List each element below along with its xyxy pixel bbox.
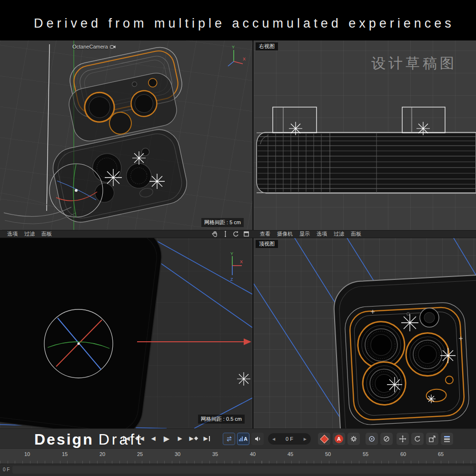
play-icon: ▶ (164, 434, 169, 443)
watermark-text: 设计草稿图 (371, 54, 457, 73)
rotate-arrow-icon (414, 435, 421, 443)
current-frame-readout: 0 F (3, 467, 10, 472)
axis-gizmo: Y X Z (224, 251, 245, 283)
autokey-circle-icon: A (335, 435, 343, 443)
gear-icon (350, 435, 357, 443)
top-wireframe-canvas[interactable] (254, 238, 476, 428)
design-draft-caption: DesignDraft (34, 431, 143, 448)
preview-range-bar[interactable]: 0 F (0, 464, 476, 476)
ruler-tick: 35 (212, 451, 218, 457)
ruler-tick: 60 (400, 451, 406, 457)
camera-object-icon (110, 44, 116, 49)
current-frame-field[interactable]: ◀ 0 F ▶ (268, 433, 311, 445)
next-frame-button[interactable]: ▶ (174, 432, 186, 445)
previous-frame-button[interactable]: ◀ (147, 432, 159, 445)
loop-icon (225, 435, 233, 443)
move-tool-button[interactable] (397, 433, 409, 445)
viewport-right-view[interactable]: 右视图 设计草稿图 (254, 40, 476, 230)
menu-item-options[interactable]: 选项 (313, 230, 330, 238)
pan-hand-icon[interactable] (211, 230, 218, 238)
keying-buttons: A (318, 433, 360, 445)
keying-settings-button[interactable] (347, 433, 360, 445)
bars-icon (239, 436, 243, 441)
viewport-divider (252, 40, 254, 230)
menu-item-filter[interactable]: 过滤 (21, 230, 38, 238)
ruler-tick: 15 (62, 451, 68, 457)
key-diamond-glyph (194, 436, 198, 440)
camera-label-text: OctaneCamera (72, 44, 108, 50)
back-wireframe-canvas[interactable] (0, 238, 252, 428)
render-view-button[interactable] (426, 433, 438, 445)
viewport-divider (252, 238, 254, 428)
menu-item-view[interactable]: 查看 (257, 230, 274, 238)
autokey-button[interactable]: A (333, 433, 345, 445)
ruler-tick: 40 (250, 451, 256, 457)
animation-mode-button[interactable]: A (237, 433, 249, 445)
menubar-right: 查看 摄像机 显示 选项 过滤 面板 (254, 230, 476, 238)
record-keyframe-button[interactable] (318, 433, 330, 445)
key-filter-buttons (366, 433, 393, 445)
menu-item-panel[interactable]: 面板 (38, 230, 55, 238)
layers-button[interactable] (441, 433, 453, 445)
grid-spacing-badge: 网格间距 : 0.5 cm (198, 415, 245, 424)
prev-frame-icon: ◀ (151, 435, 155, 442)
viewport-top-view[interactable]: 顶视图 (254, 238, 476, 428)
svg-text:Y: Y (230, 251, 233, 256)
menu-item-filter[interactable]: 过滤 (330, 230, 347, 238)
perspective-wireframe-canvas[interactable] (0, 40, 252, 230)
rotate-view-icon[interactable] (232, 230, 239, 238)
viewport-menubar: 选项 过滤 面板 (0, 230, 476, 238)
circle-slash-icon (383, 435, 390, 443)
next-key-icon: ▶ (189, 435, 193, 442)
svg-text:X: X (243, 57, 246, 61)
record-position-button[interactable] (366, 433, 378, 445)
menu-item-options[interactable]: 选项 (4, 230, 21, 238)
viewport-nav-tools (211, 230, 254, 238)
range-track[interactable] (12, 466, 474, 474)
grid-spacing-badge: 网格间距 : 5 cm (201, 218, 244, 227)
viewport-back-view[interactable]: Y X Z 网格间距 : 0.5 cm (0, 238, 252, 428)
c4d-application-window: Derived from multiple accumulated experi… (0, 0, 476, 476)
ruler-tick: 20 (99, 451, 105, 457)
ruler-tick: 45 (288, 451, 293, 457)
ruler-tick: 65 (438, 451, 444, 457)
move-crosshair-icon (399, 435, 407, 443)
maximize-viewport-icon[interactable] (243, 230, 250, 238)
menu-item-camera[interactable]: 摄像机 (274, 230, 296, 238)
caption-light: Draft (99, 431, 143, 448)
record-disabled-button[interactable] (380, 433, 393, 445)
viewport-label-right-view[interactable]: 右视图 (256, 42, 278, 50)
tool-buttons (397, 433, 453, 445)
sound-button[interactable] (251, 433, 264, 445)
menu-item-display[interactable]: 显示 (296, 230, 313, 238)
frame-decrement-arrow[interactable]: ◀ (272, 437, 275, 441)
ruler-tick: 55 (363, 451, 368, 457)
play-button[interactable]: ▶ (160, 432, 173, 445)
timeline-ruler[interactable]: 10 15 20 25 30 35 40 45 50 55 60 65 (0, 448, 476, 464)
viewport-label-top-view[interactable]: 顶视图 (256, 240, 278, 248)
frame-value: 0 F (286, 436, 293, 442)
autokey-letter: A (244, 436, 248, 442)
camera-label[interactable]: OctaneCamera (72, 44, 116, 50)
frame-increment-arrow[interactable]: ▶ (304, 437, 307, 441)
box-arrow-icon (428, 435, 436, 443)
next-frame-icon: ▶ (178, 435, 182, 442)
svg-text:Y: Y (232, 45, 235, 50)
top-banner: Derived from multiple accumulated experi… (0, 0, 476, 40)
next-key-button[interactable]: ▶ (187, 432, 199, 445)
goto-end-button[interactable]: ▶ (200, 432, 213, 445)
ruler-tick: 10 (24, 451, 30, 457)
record-diamond-icon (320, 435, 328, 443)
circle-dot-icon (368, 435, 376, 443)
svg-text:X: X (240, 259, 243, 264)
rotate-tool-button[interactable] (411, 433, 424, 445)
loop-playback-button[interactable] (223, 433, 235, 445)
bar-glyph (209, 436, 210, 441)
viewport-perspective[interactable]: OctaneCamera Y X 网格间距 : 5 cm (0, 40, 252, 230)
ruler-tick: 30 (175, 451, 180, 457)
ruler-tick: 50 (325, 451, 331, 457)
banner-title: Derived from multiple accumulated experi… (34, 16, 455, 31)
zoom-icon[interactable] (222, 230, 229, 238)
menu-item-panel[interactable]: 面板 (347, 230, 365, 238)
goto-end-icon: ▶ (203, 435, 208, 442)
